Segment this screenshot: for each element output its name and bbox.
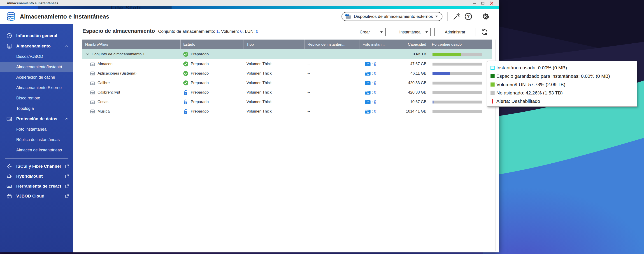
pool-count: 1	[216, 29, 219, 34]
column-header-foto[interactable]: Foto instan...	[360, 40, 394, 49]
usage-bar	[432, 72, 482, 75]
sidebar-item-almacen-instantaneas[interactable]: Almacén de instantáneas	[0, 145, 73, 155]
storage-table: Nombre/Alias Estado Tipo Réplica de inst…	[82, 40, 492, 116]
tooltip-alert: Alerta: Deshabilitado	[496, 99, 540, 104]
storage-snapshots-app-icon: IO	[6, 11, 16, 22]
tooltip-unallocated: No asignado: 42.26% (1.53 TB)	[496, 90, 563, 96]
manage-button[interactable]: Administrar	[434, 28, 476, 36]
sidebar-item-disco-remoto[interactable]: Disco remoto	[0, 93, 73, 103]
volume-count: 6	[240, 29, 243, 34]
snapshot-count-link[interactable]: 0	[374, 90, 376, 95]
wizard-wand-icon[interactable]	[452, 13, 461, 21]
raid-drive-icon	[345, 14, 352, 20]
lock-unlocked-icon	[183, 90, 189, 95]
tooltip-snapshot-used: Instantánea usada: 0.00% (0 MB)	[496, 65, 567, 71]
volume-icon	[90, 90, 96, 95]
column-header-porcentaje[interactable]: Porcentaje usado	[429, 40, 492, 49]
help-icon[interactable]	[464, 13, 472, 21]
sidebar-item-replica-instantaneas[interactable]: Réplica de instantáneas	[0, 134, 73, 145]
column-header-nombre[interactable]: Nombre/Alias	[82, 40, 180, 49]
external-link-icon	[65, 164, 69, 169]
cloud-icon	[6, 173, 12, 179]
volume-icon	[90, 99, 96, 105]
iscsi-icon	[6, 163, 12, 169]
sidebar-item-vjbod-cloud[interactable]: VJBOD Cloud	[0, 191, 73, 201]
column-header-estado[interactable]: Estado	[180, 40, 244, 49]
table-row-pool[interactable]: Conjunto de almacenamiento 1 Preparado 3…	[82, 49, 492, 59]
sidebar-item-almacenamiento-externo[interactable]: Almacenamiento Externo	[0, 83, 73, 93]
external-storage-devices-button[interactable]: Dispositivos de almacenamiento externos	[342, 12, 442, 21]
chevron-down-icon[interactable]	[86, 52, 90, 56]
snapshot-count-link[interactable]: 0	[374, 62, 376, 66]
app-title: Almacenamiento e instantáneas	[20, 13, 109, 20]
maximize-button[interactable]	[481, 2, 484, 5]
legend-unallocated-swatch	[490, 91, 494, 95]
table-row-volume[interactable]: Almacen Preparado Volumen Thick -- :0 47…	[82, 59, 492, 69]
legend-guaranteed-space-swatch	[490, 74, 494, 78]
minimize-button[interactable]	[473, 4, 476, 4]
sidebar-item-iscsi-fibre-channel[interactable]: iSCSI y Fibre Channel	[0, 161, 73, 171]
sidebar-item-topologia[interactable]: Topología	[0, 103, 73, 114]
volume-icon	[90, 61, 96, 67]
storage-snapshots-window: Almacenamiento e instantáneas File Stati…	[0, 0, 499, 252]
volume-capacity: 420.33 GB	[394, 90, 429, 95]
sidebar-item-herramienta-creacion[interactable]: Herramienta de creaci...	[0, 181, 73, 191]
volume-capacity: 1014.41 GB	[394, 109, 429, 114]
volume-icon	[90, 109, 96, 114]
sidebar-item-almacenamiento-instantaneas[interactable]: Almacenamiento/Instantá...	[0, 62, 73, 72]
window-gradient-bar: File Stati	[0, 6, 499, 9]
gauge-icon	[6, 33, 12, 39]
storage-stack-icon	[6, 43, 12, 49]
main-content: Espacio de almacenamiento Conjunto de al…	[73, 24, 499, 252]
external-link-icon	[65, 194, 69, 198]
vjbod-cloud-icon	[6, 193, 12, 199]
column-header-replica[interactable]: Réplica de instantán...	[305, 40, 360, 49]
column-header-capacidad[interactable]: Capacidad	[394, 40, 429, 49]
usage-bar	[432, 63, 482, 66]
table-row-volume[interactable]: Musica Preparado Volumen Thick -- :0 101…	[82, 107, 492, 116]
usage-bar	[432, 82, 482, 85]
chevron-up-icon	[65, 44, 69, 48]
sidebar-item-proteccion-datos[interactable]: Protección de datos	[0, 114, 73, 124]
create-button[interactable]: Crear	[344, 28, 386, 36]
pool-usage-tooltip: Instantánea usada: 0.00% (0 MB) Espacio …	[487, 61, 637, 107]
status-ok-icon	[183, 80, 189, 86]
table-header: Nombre/Alias Estado Tipo Réplica de inst…	[82, 40, 492, 49]
status-ok-icon	[183, 51, 189, 57]
snapshot-count-link[interactable]: 0	[374, 71, 376, 76]
snapshot-count-link[interactable]: 0	[374, 100, 376, 104]
snapshot-button[interactable]: Instantánea	[389, 28, 431, 36]
tooltip-volume-lun: Volumen/LUN: 57.73% (2.09 TB)	[496, 82, 565, 87]
sidebar-divider	[5, 158, 68, 159]
sidebar-item-almacenamiento[interactable]: Almacenamiento	[0, 41, 73, 51]
toolbar: Crear Instantánea Administrar	[344, 28, 488, 36]
window-title: Almacenamiento e instantáneas	[0, 1, 58, 5]
usage-bar	[432, 110, 482, 113]
sidebar-item-foto-instantanea[interactable]: Foto instantánea	[0, 124, 73, 134]
refresh-icon[interactable]	[481, 28, 488, 36]
gear-icon[interactable]	[482, 13, 490, 21]
sidebar-item-informacion-general[interactable]: Información general	[0, 31, 73, 41]
volume-capacity: 10.67 GB	[394, 100, 429, 104]
sidebar-item-discos-vjbod[interactable]: Discos/VJBOD	[0, 51, 73, 62]
table-row-volume[interactable]: Calibrencrypt Preparado Volumen Thick --…	[82, 88, 492, 97]
usage-bar	[432, 53, 482, 56]
lock-unlocked-icon	[183, 108, 189, 114]
status-ok-icon	[183, 61, 189, 67]
table-row-volume[interactable]: Calibre Preparado Volumen Thick -- :0 42…	[82, 78, 492, 88]
table-row-volume[interactable]: Aplicaciones (Sistema) Preparado Volumen…	[82, 69, 492, 78]
table-row-volume[interactable]: Cosas Preparado Volumen Thick -- :0 10.6…	[82, 97, 492, 107]
header-divider-2	[477, 13, 477, 20]
background-window-artifact	[38, 6, 172, 9]
snapshot-camera-icon	[365, 100, 371, 104]
close-button[interactable]	[490, 1, 494, 6]
column-header-tipo[interactable]: Tipo	[244, 40, 305, 49]
volume-capacity: 420.33 GB	[394, 81, 429, 85]
snapshot-camera-icon	[365, 81, 371, 85]
sidebar-item-hybridmount[interactable]: HybridMount	[0, 171, 73, 181]
snapshot-count-link[interactable]: 0	[374, 109, 376, 114]
legend-snapshot-used-swatch	[490, 66, 494, 70]
snapshot-count-link[interactable]: 0	[374, 81, 376, 85]
sidebar-item-aceleracion-cache[interactable]: Aceleración de caché	[0, 72, 73, 83]
background-window-ghost-text: File Stati	[110, 6, 141, 9]
